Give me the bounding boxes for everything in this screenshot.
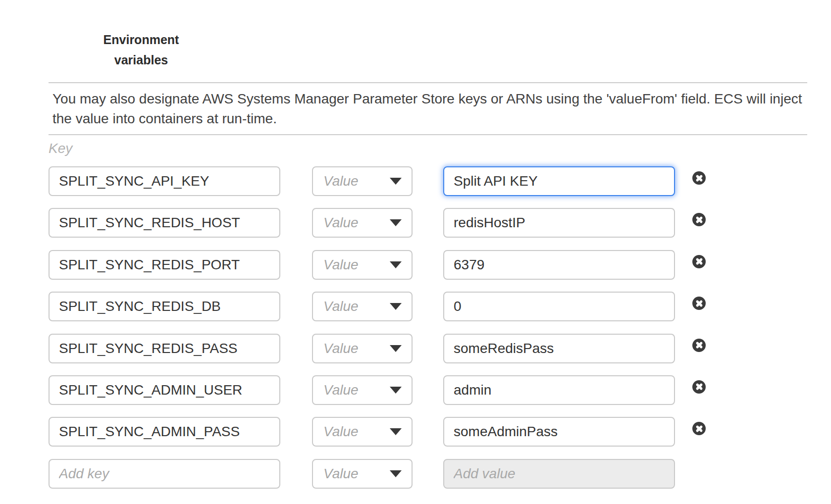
value-type-select[interactable]: Value bbox=[312, 208, 413, 238]
env-var-row: Value bbox=[49, 166, 706, 196]
key-input[interactable] bbox=[49, 334, 280, 363]
value-type-label: Value bbox=[323, 173, 359, 189]
remove-row-button[interactable] bbox=[692, 171, 706, 185]
key-input[interactable] bbox=[49, 166, 280, 196]
key-input[interactable] bbox=[49, 417, 280, 447]
remove-row-button[interactable] bbox=[692, 422, 706, 435]
value-input[interactable] bbox=[443, 334, 675, 363]
value-type-select[interactable]: Value bbox=[312, 417, 413, 447]
environment-variables-label: Environment variables bbox=[92, 30, 191, 70]
env-var-row: Value bbox=[49, 334, 706, 363]
remove-row-button[interactable] bbox=[692, 380, 706, 394]
key-input[interactable] bbox=[49, 208, 280, 238]
chevron-down-icon bbox=[390, 387, 402, 394]
key-column-label: Key bbox=[49, 141, 72, 156]
remove-row-button[interactable] bbox=[692, 297, 706, 310]
value-input[interactable] bbox=[443, 292, 675, 321]
value-type-select[interactable]: Value bbox=[312, 459, 413, 489]
value-type-select[interactable]: Value bbox=[312, 166, 413, 196]
chevron-down-icon bbox=[390, 303, 402, 310]
value-type-label: Value bbox=[323, 341, 359, 356]
env-var-row: Value bbox=[49, 375, 706, 405]
value-type-select[interactable]: Value bbox=[312, 375, 413, 405]
chevron-down-icon bbox=[390, 428, 402, 435]
chevron-down-icon bbox=[390, 470, 402, 477]
env-var-row: Value bbox=[49, 250, 706, 280]
value-type-select[interactable]: Value bbox=[312, 292, 413, 321]
value-input[interactable] bbox=[443, 166, 675, 196]
description-text: You may also designate AWS Systems Manag… bbox=[52, 89, 807, 129]
env-var-row: Value bbox=[49, 459, 706, 489]
value-type-label: Value bbox=[323, 215, 359, 231]
key-input[interactable] bbox=[49, 292, 280, 321]
value-type-label: Value bbox=[323, 299, 359, 314]
chevron-down-icon bbox=[390, 261, 402, 268]
key-input[interactable] bbox=[49, 459, 280, 489]
value-type-select[interactable]: Value bbox=[312, 334, 413, 363]
remove-row-button[interactable] bbox=[692, 213, 706, 226]
env-var-row: Value bbox=[49, 292, 706, 321]
key-input[interactable] bbox=[49, 375, 280, 405]
key-input[interactable] bbox=[49, 250, 280, 280]
value-type-label: Value bbox=[323, 466, 359, 482]
divider-bottom bbox=[49, 134, 807, 135]
value-type-label: Value bbox=[323, 257, 359, 273]
chevron-down-icon bbox=[390, 178, 402, 185]
chevron-down-icon bbox=[390, 219, 402, 226]
chevron-down-icon bbox=[390, 345, 402, 352]
remove-row-button[interactable] bbox=[692, 339, 706, 352]
value-input[interactable] bbox=[443, 375, 675, 405]
value-type-label: Value bbox=[323, 382, 359, 398]
env-var-row: Value bbox=[49, 417, 706, 447]
env-var-rows: Value Value Value Value bbox=[49, 166, 706, 501]
value-input[interactable] bbox=[443, 417, 675, 447]
env-var-row: Value bbox=[49, 208, 706, 238]
value-input[interactable] bbox=[443, 208, 675, 238]
value-input[interactable] bbox=[443, 459, 675, 489]
divider-top bbox=[49, 82, 807, 83]
remove-row-button[interactable] bbox=[692, 255, 706, 268]
value-type-label: Value bbox=[323, 424, 359, 440]
value-type-select[interactable]: Value bbox=[312, 250, 413, 280]
value-input[interactable] bbox=[443, 250, 675, 280]
